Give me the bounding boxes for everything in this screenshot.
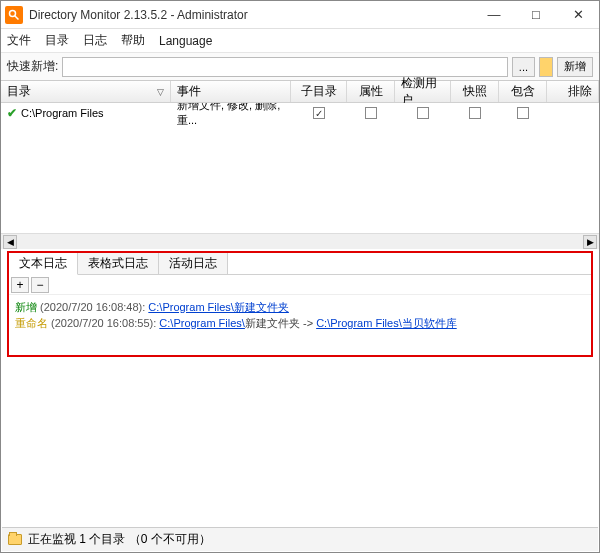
- check-incl[interactable]: [517, 107, 529, 119]
- col-directory[interactable]: 目录▽: [1, 81, 171, 102]
- folder-icon: [8, 534, 22, 545]
- menu-language[interactable]: Language: [159, 34, 212, 48]
- check-subdir[interactable]: [313, 107, 325, 119]
- log-link[interactable]: C:\Program Files\: [159, 317, 245, 329]
- log-line: 重命名 (2020/7/20 16:08:55): C:\Program Fil…: [15, 315, 585, 331]
- add-button[interactable]: 新增: [557, 57, 593, 77]
- log-panel: 文本日志 表格式日志 活动日志 + − 新增 (2020/7/20 16:08:…: [7, 251, 593, 357]
- col-user[interactable]: 检测用户: [395, 81, 451, 102]
- log-tag: 新增: [15, 301, 37, 313]
- col-attr[interactable]: 属性: [347, 81, 395, 102]
- menu-help[interactable]: 帮助: [121, 32, 145, 49]
- close-button[interactable]: ✕: [557, 1, 599, 29]
- status-ok-icon: ✔: [7, 106, 17, 120]
- log-timestamp: (2020/7/20 16:08:48):: [40, 301, 145, 313]
- table-row[interactable]: ✔ C:\Program Files 新增文件, 修改, 删除, 重...: [1, 103, 599, 123]
- log-tag: 重命名: [15, 317, 48, 329]
- menu-file[interactable]: 文件: [7, 32, 31, 49]
- row-path: C:\Program Files: [21, 107, 104, 119]
- svg-line-1: [15, 15, 19, 19]
- quick-add-input[interactable]: [62, 57, 507, 77]
- check-attr[interactable]: [365, 107, 377, 119]
- folder-button[interactable]: [539, 57, 553, 77]
- window-title: Directory Monitor 2.13.5.2 - Administrat…: [29, 8, 473, 22]
- maximize-button[interactable]: □: [515, 1, 557, 29]
- col-snapshot[interactable]: 快照: [451, 81, 499, 102]
- expand-button[interactable]: +: [11, 277, 29, 293]
- collapse-button[interactable]: −: [31, 277, 49, 293]
- log-tabs: 文本日志 表格式日志 活动日志: [9, 253, 591, 275]
- h-scrollbar[interactable]: ◀ ▶: [1, 233, 599, 249]
- log-link[interactable]: C:\Program Files\当贝软件库: [316, 317, 457, 329]
- col-include[interactable]: 包含: [499, 81, 547, 102]
- minimize-button[interactable]: —: [473, 1, 515, 29]
- col-event[interactable]: 事件: [171, 81, 291, 102]
- title-bar: Directory Monitor 2.13.5.2 - Administrat…: [1, 1, 599, 29]
- toolbar: 快速新增: ... 新增: [1, 53, 599, 81]
- log-link[interactable]: C:\Program Files\新建文件夹: [148, 301, 289, 313]
- tab-text-log[interactable]: 文本日志: [9, 253, 78, 275]
- status-text: 正在监视 1 个目录 （0 个不可用）: [28, 531, 211, 548]
- log-timestamp: (2020/7/20 16:08:55):: [51, 317, 156, 329]
- check-user[interactable]: [417, 107, 429, 119]
- row-event: 新增文件, 修改, 删除, 重...: [171, 103, 291, 128]
- status-bar: 正在监视 1 个目录 （0 个不可用）: [2, 527, 598, 551]
- menu-dir[interactable]: 目录: [45, 32, 69, 49]
- col-subdir[interactable]: 子目录: [291, 81, 347, 102]
- menu-log[interactable]: 日志: [83, 32, 107, 49]
- quick-add-label: 快速新增:: [7, 58, 58, 75]
- browse-button[interactable]: ...: [512, 57, 535, 77]
- scroll-right-icon[interactable]: ▶: [583, 235, 597, 249]
- svg-point-0: [10, 10, 16, 16]
- sort-icon: ▽: [157, 87, 164, 97]
- tab-activity-log[interactable]: 活动日志: [159, 253, 228, 274]
- scroll-left-icon[interactable]: ◀: [3, 235, 17, 249]
- col-exclude[interactable]: 排除: [547, 81, 599, 102]
- check-snap[interactable]: [469, 107, 481, 119]
- menu-bar: 文件 目录 日志 帮助 Language: [1, 29, 599, 53]
- log-sub-toolbar: + −: [9, 275, 591, 295]
- log-text: 新建文件夹 ->: [245, 317, 313, 329]
- table-header: 目录▽ 事件 子目录 属性 检测用户 快照 包含 排除: [1, 81, 599, 103]
- table-body: ✔ C:\Program Files 新增文件, 修改, 删除, 重...: [1, 103, 599, 233]
- log-body: 新增 (2020/7/20 16:08:48): C:\Program File…: [9, 295, 591, 355]
- log-line: 新增 (2020/7/20 16:08:48): C:\Program File…: [15, 299, 585, 315]
- tab-table-log[interactable]: 表格式日志: [78, 253, 159, 274]
- app-icon: [5, 6, 23, 24]
